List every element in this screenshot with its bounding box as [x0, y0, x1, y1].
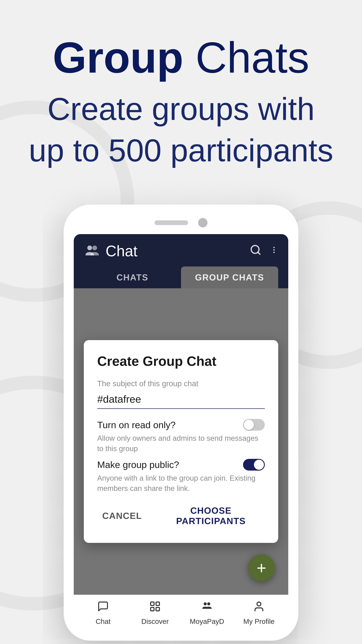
group-name-input[interactable]: [97, 392, 265, 409]
dialog-title: Create Group Chat: [97, 354, 265, 369]
make-public-option: Make group public? Anyone with a link to…: [97, 459, 265, 494]
fab-plus-icon: +: [257, 560, 266, 576]
phone-top-bar: [74, 215, 288, 231]
cancel-button[interactable]: CANCEL: [97, 502, 147, 530]
svg-point-1: [92, 246, 97, 250]
nav-item-discover[interactable]: Discover: [129, 600, 181, 626]
moyapayd-nav-icon: [201, 600, 213, 616]
phone-body: Chat: [64, 204, 298, 641]
page-header: Group Chats Create groups with up to 500…: [29, 34, 333, 171]
read-only-toggle-knob: [244, 420, 254, 430]
tab-group-chats[interactable]: GROUP CHATS: [181, 266, 278, 288]
dialog-field-label: The subject of this group chat: [97, 379, 265, 388]
make-public-toggle-knob: [254, 460, 264, 470]
svg-point-12: [207, 602, 210, 606]
nav-item-moyapayd[interactable]: MoyaPayD: [181, 600, 233, 626]
read-only-option: Turn on read only? Allow only owners and…: [97, 419, 265, 454]
tab-chats[interactable]: CHATS: [84, 266, 181, 288]
read-only-option-row: Turn on read only?: [97, 419, 265, 431]
dialog-overlay: Create Group Chat The subject of this gr…: [74, 288, 288, 595]
profile-nav-icon: [253, 600, 265, 616]
make-public-toggle[interactable]: [243, 459, 265, 470]
svg-rect-8: [156, 602, 159, 606]
app-header-top: Chat: [84, 242, 278, 260]
svg-point-6: [273, 252, 275, 253]
nav-item-profile[interactable]: My Profile: [233, 600, 285, 626]
app-body: Create Group Chat The subject of this gr…: [74, 288, 288, 595]
svg-point-11: [204, 602, 207, 606]
make-public-option-row: Make group public?: [97, 459, 265, 470]
choose-participants-button[interactable]: CHOOSE PARTICIPANTS: [157, 502, 265, 530]
phone-camera: [198, 218, 207, 228]
svg-rect-10: [156, 608, 159, 611]
nav-item-chat[interactable]: Chat: [77, 600, 129, 626]
more-options-icon[interactable]: [270, 244, 278, 259]
chat-nav-icon: [97, 600, 109, 616]
app-header: Chat: [74, 234, 288, 288]
page-subtitle: Create groups with up to 500 participant…: [29, 88, 333, 171]
bottom-navigation: Chat Discover: [74, 595, 288, 630]
moya-logo-icon: [84, 243, 100, 260]
app-header-left: Chat: [84, 242, 137, 260]
make-public-description: Anyone with a link to the group can join…: [97, 473, 265, 494]
fab-button[interactable]: +: [248, 554, 275, 581]
make-public-label: Make group public?: [97, 459, 179, 470]
app-header-actions: [250, 244, 278, 259]
search-icon[interactable]: [250, 244, 261, 259]
discover-nav-icon: [149, 600, 161, 616]
app-content: Chat: [74, 234, 288, 630]
svg-rect-9: [151, 608, 154, 611]
discover-nav-label: Discover: [141, 618, 169, 626]
moyapayd-nav-label: MoyaPayD: [190, 618, 224, 626]
profile-nav-label: My Profile: [243, 618, 275, 626]
read-only-toggle[interactable]: [243, 419, 265, 431]
create-group-dialog: Create Group Chat The subject of this gr…: [84, 340, 278, 543]
svg-point-4: [273, 247, 275, 248]
dialog-actions: CANCEL CHOOSE PARTICIPANTS: [97, 502, 265, 530]
phone-speaker: [155, 220, 188, 225]
svg-point-5: [273, 249, 275, 250]
read-only-label: Turn on read only?: [97, 420, 176, 430]
chat-nav-label: Chat: [96, 618, 111, 626]
app-header-title: Chat: [106, 242, 137, 260]
page-title: Group Chats: [29, 34, 333, 82]
svg-line-3: [258, 252, 260, 254]
svg-rect-7: [151, 602, 154, 606]
read-only-description: Allow only owners and admins to send mes…: [97, 433, 265, 454]
phone-mockup: Chat: [64, 204, 298, 641]
app-tabs: CHATS GROUP CHATS: [84, 266, 278, 288]
svg-point-0: [87, 246, 92, 250]
svg-point-13: [257, 602, 261, 606]
